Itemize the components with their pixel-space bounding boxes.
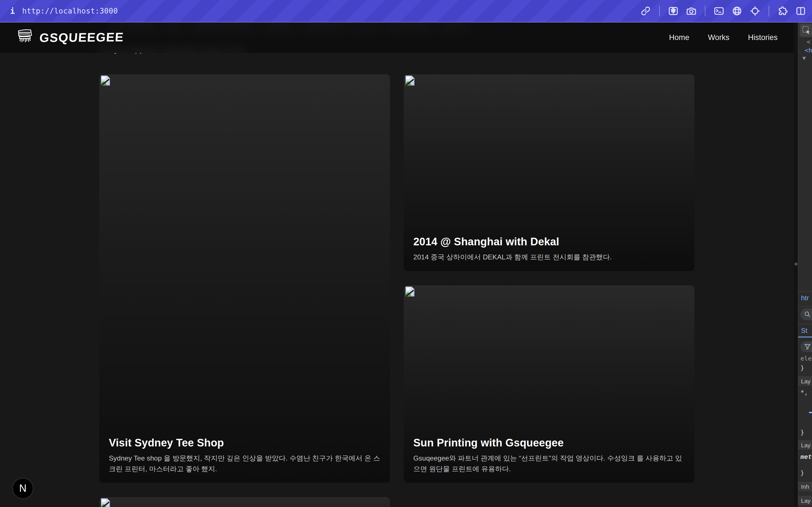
rule-close-brace: } <box>801 364 804 371</box>
site-header: GSQUEEGEE Home Works Histories <box>0 22 794 53</box>
info-icon: i <box>10 6 15 16</box>
layer-section-bar: Lay <box>798 441 812 450</box>
tab-styles[interactable]: St <box>801 327 808 335</box>
search-icon <box>804 311 811 318</box>
devtools-resize-handle[interactable] <box>795 263 798 266</box>
inspect-element-icon[interactable] <box>800 24 812 37</box>
card-partial-next[interactable] <box>99 497 390 507</box>
inherited-section-bar: Inh <box>798 482 812 492</box>
card-title: Sun Printing with Gsqueegee <box>413 437 685 449</box>
main-nav: Home Works Histories <box>669 33 777 42</box>
extensions-puzzle-icon[interactable] <box>777 5 788 17</box>
nextjs-dev-badge[interactable]: N <box>13 478 33 499</box>
rule-element-style[interactable]: ele <box>801 355 812 362</box>
broken-image-icon <box>405 75 415 86</box>
tab-styles-underline <box>798 337 812 337</box>
broken-image-icon <box>100 75 111 86</box>
card-description: Gsuqeegee와 파트너 관계에 있는 “선프린트”의 작업 영상이다. 수… <box>413 453 685 474</box>
screen: i http://localhost:3000 <box>0 0 812 507</box>
card-sun-printing-with-gsqueegee[interactable]: Sun Printing with Gsqueegee Gsuqeegee와 파… <box>404 285 695 483</box>
dom-tree-node[interactable]: < <box>807 38 810 45</box>
clipped-property-value <box>809 412 812 413</box>
rule-universal-selector[interactable]: *, <box>801 389 808 396</box>
crosshair-icon[interactable] <box>749 5 761 17</box>
globe-icon[interactable] <box>731 5 743 17</box>
filter-funnel-icon <box>804 343 811 350</box>
brand-name: GSQUEEGEE <box>39 30 124 45</box>
toolbar-divider <box>659 6 660 16</box>
styles-search-field[interactable] <box>801 308 812 320</box>
browser-top-bar: i http://localhost:3000 <box>0 0 812 22</box>
devtools-panel: < <h ▾ htr St ele } Lay *, } <box>798 22 812 507</box>
address-url[interactable]: http://localhost:3000 <box>22 7 118 15</box>
image-mask-icon[interactable] <box>668 5 679 17</box>
nav-works[interactable]: Works <box>708 33 729 42</box>
nav-home[interactable]: Home <box>669 33 689 42</box>
tree-expand-arrow-icon[interactable]: ▾ <box>802 54 806 62</box>
card-title: 2014 @ Shanghai with Dekal <box>413 236 685 248</box>
camera-icon[interactable] <box>686 5 697 17</box>
rule-close-brace: } <box>801 469 804 476</box>
terminal-icon[interactable] <box>713 5 725 17</box>
broken-image-icon <box>100 498 111 507</box>
card-description: Sydney Tee shop 을 방문했지, 작지만 깊은 인상을 받았다. … <box>109 453 380 474</box>
breadcrumb-html[interactable]: htr <box>801 294 809 302</box>
nav-histories[interactable]: Histories <box>748 33 777 42</box>
card-2014-shanghai-with-dekal[interactable]: 2014 @ Shanghai with Dekal 2014 중국 상하이에서… <box>404 74 695 271</box>
styles-filter-field[interactable] <box>801 341 812 352</box>
squeegee-logo-icon <box>16 28 35 47</box>
split-view-icon[interactable] <box>795 5 806 17</box>
rule-close-brace: } <box>801 429 804 436</box>
card-description: 2014 중국 상하이에서 DEKAL과 함께 프린트 전시회를 참관했다. <box>413 252 685 263</box>
web-page: Not just apparel collectible works of ar… <box>0 22 794 507</box>
broken-image-icon <box>405 286 415 297</box>
toolbar-divider <box>705 6 705 16</box>
devtools-divider <box>798 306 812 306</box>
link-icon[interactable] <box>640 5 651 17</box>
rule-selector-fragment[interactable]: met <box>801 453 812 460</box>
devtools-divider <box>798 324 812 324</box>
dom-tree-node-html[interactable]: <h <box>805 47 812 54</box>
card-title: Visit Sydney Tee Shop <box>109 437 380 449</box>
brand[interactable]: GSQUEEGEE <box>16 28 124 47</box>
layer-section-bar: Lay <box>798 496 812 506</box>
card-visit-sydney-tee-shop[interactable]: Visit Sydney Tee Shop Sydney Tee shop 을 … <box>99 74 390 483</box>
toolbar-divider <box>769 6 769 16</box>
layer-section-bar: Lay <box>798 377 812 386</box>
